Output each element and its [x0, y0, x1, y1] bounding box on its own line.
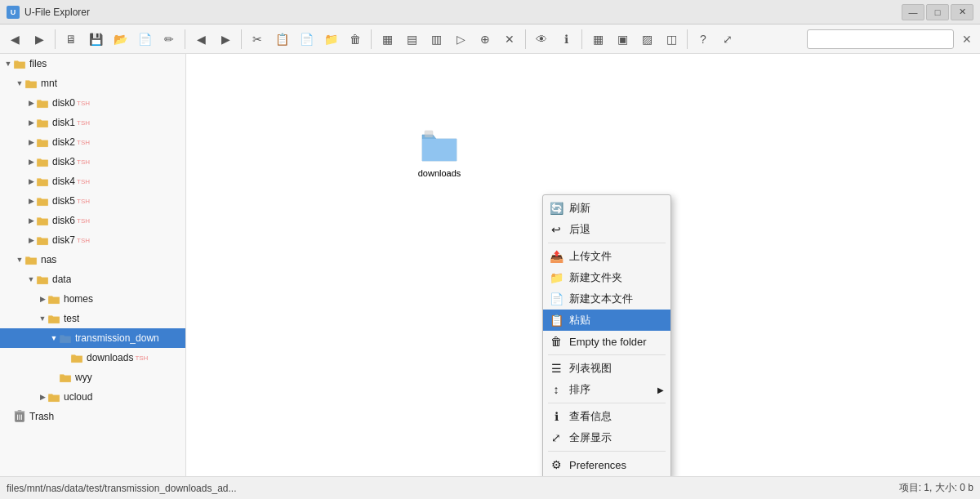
fullscreen-button[interactable]: ⤢ [716, 28, 739, 51]
sidebar-item-ucloud[interactable]: ▶ ucloud [0, 387, 185, 407]
minimize-button[interactable]: — [902, 4, 924, 20]
view3-button[interactable]: ▥ [425, 28, 448, 51]
forward-button[interactable]: ▶ [28, 28, 51, 51]
close-button[interactable]: ✕ [951, 4, 973, 20]
menu-item-新建文件夹[interactable]: 📁 新建文件夹 [543, 267, 670, 288]
view2-button[interactable]: ▤ [400, 28, 423, 51]
menu-item-新建文本文件[interactable]: 📄 新建文本文件 [543, 288, 670, 310]
sidebar-item-downloads[interactable]: downloadsTSH [0, 348, 185, 368]
open-button[interactable]: 📂 [109, 28, 131, 51]
search-input[interactable] [807, 29, 954, 49]
sidebar-item-homes[interactable]: ▶ homes [0, 289, 185, 309]
content-area[interactable]: 🔄 刷新 ↩ 后退 📤 上传文件 📁 新建文件夹 📄 新建文本文件 📋 粘贴 🗑… [186, 54, 980, 476]
tree-label: mnt [41, 78, 57, 89]
tree-label: Trash [29, 411, 54, 422]
svg-rect-1 [15, 412, 25, 413]
menu-item-后退[interactable]: ↩ 后退 [543, 219, 670, 240]
sidebar-item-disk6[interactable]: ▶ disk6TSH [0, 211, 185, 230]
tb-sep-6 [581, 29, 582, 49]
sidebar-item-disk3[interactable]: ▶ disk3TSH [0, 152, 185, 172]
sidebar-item-Trash[interactable]: Trash [0, 407, 185, 426]
search-close-button[interactable]: ✕ [957, 29, 977, 49]
new-file-button[interactable]: 📄 [133, 28, 156, 51]
zoom-button[interactable]: ⊕ [474, 28, 497, 51]
help-button[interactable]: ? [692, 28, 715, 51]
menu-item-全屏显示[interactable]: ⤢ 全屏显示 [543, 427, 670, 448]
sidebar-item-data[interactable]: ▼ data [0, 270, 185, 289]
tree-arrow: ▶ [26, 216, 36, 225]
sidebar-item-disk0[interactable]: ▶ disk0TSH [0, 93, 185, 113]
sidebar-item-wyy[interactable]: wyy [0, 368, 185, 387]
tree-arrow: ▶ [26, 98, 36, 108]
play-button[interactable]: ▷ [449, 28, 472, 51]
sidebar-item-disk4[interactable]: ▶ disk4TSH [0, 172, 185, 191]
menu-item-上传文件[interactable]: 📤 上传文件 [543, 246, 670, 267]
sidebar-item-disk2[interactable]: ▶ disk2TSH [0, 132, 185, 152]
paste-button[interactable]: 📄 [295, 28, 318, 51]
thumb4-button[interactable]: ◫ [660, 28, 683, 51]
tree-label: transmission_down [75, 332, 159, 344]
menu-item-label: Empty the folder [569, 336, 647, 348]
status-path: files/mnt/nas/data/test/transmission_dow… [7, 483, 236, 494]
menu-item-粘贴[interactable]: 📋 粘贴 [543, 310, 670, 331]
close-view-button[interactable]: ✕ [498, 28, 521, 51]
edit-button[interactable]: ✏ [158, 28, 180, 51]
thumb3-button[interactable]: ▨ [635, 28, 658, 51]
info-button[interactable]: ℹ [555, 28, 577, 51]
menu-item-icon: 📋 [550, 314, 563, 327]
eye-button[interactable]: 👁 [530, 28, 553, 51]
folder-new-button[interactable]: 📁 [319, 28, 342, 51]
save-button[interactable]: 💾 [84, 28, 107, 51]
sidebar-item-files[interactable]: ▼ files [0, 54, 185, 74]
sidebar-item-disk5[interactable]: ▶ disk5TSH [0, 191, 185, 211]
home-button[interactable]: 🖥 [60, 28, 82, 51]
menu-item-icon: ☰ [550, 362, 563, 375]
view1-button[interactable]: ▦ [376, 28, 399, 51]
tree-arrow: ▼ [49, 333, 59, 343]
menu-separator [548, 451, 666, 452]
menu-item-icon: 🔄 [550, 202, 563, 215]
file-name: downloads [418, 168, 461, 178]
menu-item-刷新[interactable]: 🔄 刷新 [543, 198, 670, 219]
sidebar-item-transmission_down[interactable]: ▼ transmission_down [0, 328, 185, 348]
back-button[interactable]: ◀ [3, 28, 26, 51]
menu-item-label: 刷新 [569, 201, 590, 216]
menu-item-icon: ℹ [550, 410, 563, 423]
menu-item-icon: 📤 [550, 250, 563, 263]
folder-icon [59, 332, 72, 344]
menu-item-label: 查看信息 [569, 409, 612, 424]
folder-icon [36, 234, 49, 246]
thumb2-button[interactable]: ▣ [611, 28, 634, 51]
sidebar-item-disk7[interactable]: ▶ disk7TSH [0, 230, 185, 250]
folder-icon [59, 372, 72, 383]
nav-back-button[interactable]: ◀ [189, 28, 212, 51]
copy-button[interactable]: 📋 [270, 28, 293, 51]
svg-rect-2 [18, 410, 22, 412]
menu-item-Preferences[interactable]: ⚙ Preferences [543, 454, 670, 475]
menu-item-label: 上传文件 [569, 249, 612, 264]
tree-arrow [3, 412, 13, 421]
folder-icon [36, 117, 49, 128]
tree-arrow: ▶ [38, 392, 47, 402]
menu-item-label: 列表视图 [569, 361, 612, 376]
menu-item-查看信息[interactable]: ℹ 查看信息 [543, 406, 670, 427]
sidebar-item-nas[interactable]: ▼ nas [0, 250, 185, 270]
menu-separator [548, 354, 666, 355]
sidebar-item-test[interactable]: ▼ test [0, 309, 185, 328]
menu-item-Empty-the-folder[interactable]: 🗑 Empty the folder [543, 331, 670, 352]
svg-rect-6 [425, 131, 433, 137]
sidebar-item-disk1[interactable]: ▶ disk1TSH [0, 113, 185, 132]
menu-item-label: 全屏显示 [569, 430, 612, 445]
menu-item-列表视图[interactable]: ☰ 列表视图 [543, 358, 670, 379]
tree-label: disk3 [52, 156, 75, 167]
sidebar-item-mnt[interactable]: ▼ mnt [0, 74, 185, 93]
menu-item-label: 粘贴 [569, 313, 590, 327]
file-item-downloads[interactable]: downloads [407, 119, 472, 185]
menu-item-排序[interactable]: ↕ 排序 ▶ [543, 379, 670, 400]
thumb1-button[interactable]: ▦ [586, 28, 609, 51]
maximize-button[interactable]: □ [926, 4, 949, 20]
status-bar: files/mnt/nas/data/test/transmission_dow… [0, 476, 980, 499]
delete-button[interactable]: 🗑 [344, 28, 367, 51]
cut-button[interactable]: ✂ [246, 28, 269, 51]
nav-fwd-button[interactable]: ▶ [214, 28, 237, 51]
